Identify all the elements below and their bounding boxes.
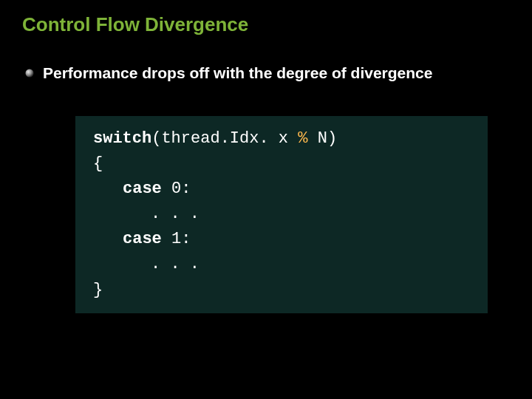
code-line-brace-open: { [93, 151, 473, 177]
code-line-brace-close: } [93, 278, 473, 303]
case1-rest: 1: [162, 230, 191, 248]
code-line-case0: case 0: [93, 177, 473, 202]
svg-point-0 [26, 69, 34, 78]
code-line-ellipsis0: . . . [93, 202, 473, 227]
brace-close: } [93, 281, 103, 299]
slide-title: Control Flow Divergence [22, 13, 510, 36]
code-expr-open: (thread.Idx. x [151, 129, 298, 148]
bullet-text: Performance drops off with the degree of… [43, 64, 432, 82]
code-block: switch(thread.Idx. x % N) { case 0: . . … [75, 116, 488, 313]
slide-container: Control Flow Divergence Performance drop… [0, 0, 532, 399]
ellipsis0: . . . [151, 205, 200, 223]
code-pct: % [298, 129, 317, 148]
ellipsis1: . . . [151, 255, 200, 273]
keyword-case1: case [123, 230, 162, 248]
case0-rest: 0: [162, 180, 191, 198]
brace-open: { [93, 154, 103, 173]
keyword-case0: case [123, 180, 162, 198]
code-line-switch: switch(thread.Idx. x % N) [93, 126, 473, 151]
bullet-row: Performance drops off with the degree of… [25, 64, 510, 82]
code-line-case1: case 1: [93, 227, 473, 252]
bullet-icon [25, 69, 34, 78]
keyword-switch: switch [93, 129, 151, 148]
code-line-ellipsis1: . . . [93, 252, 473, 277]
code-n: N [318, 129, 327, 148]
code-close-paren: ) [327, 129, 337, 148]
